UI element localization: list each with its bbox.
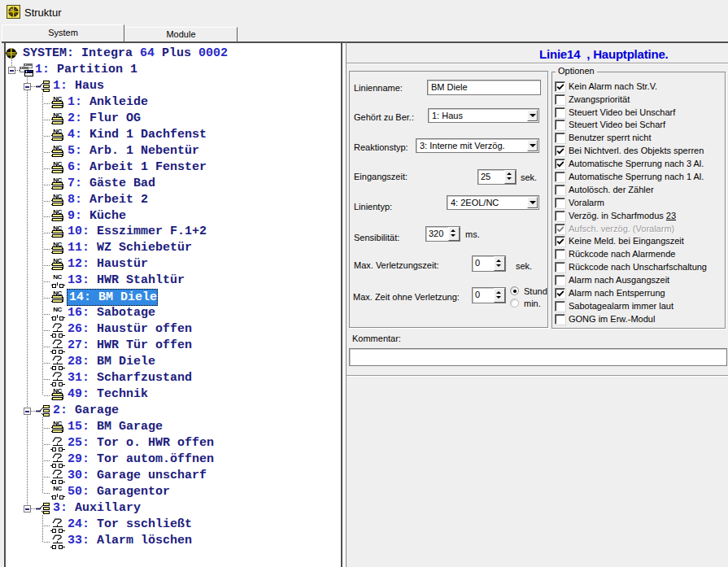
svg-text:NC: NC	[53, 306, 62, 313]
svg-text:NC: NC	[53, 485, 62, 492]
svg-text:NC: NC	[53, 273, 62, 281]
